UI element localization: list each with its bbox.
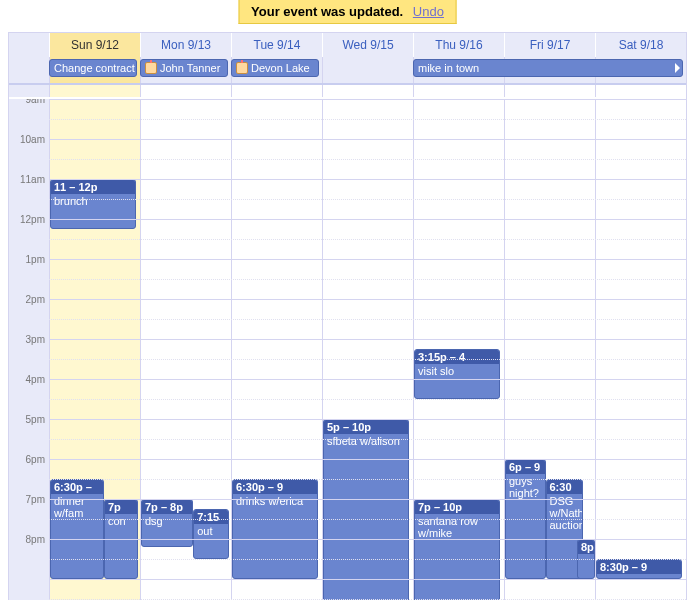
event-time: 6:30 [547,480,583,494]
event-title: dsg [142,514,192,528]
time-label: 6pm [26,454,45,465]
day-header[interactable]: Fri 9/17 [504,33,595,57]
grid-scroll[interactable]: 9am10am11am12pm1pm2pm3pm4pm5pm6pm7pm8pm … [9,99,686,600]
allday-event-title: mike in town [418,62,479,74]
notification-message: Your event was updated. [251,4,403,19]
event-time: 6p – 9 [506,460,545,474]
day-header[interactable]: Thu 9/16 [413,33,504,57]
day-header[interactable]: Sun 9/12 [49,33,140,57]
event-time: 6:30p – [51,480,103,494]
event-title: sfbeta w/alison [324,434,408,448]
calendar-event[interactable]: 3:15p – 4visit slo [414,349,500,399]
day-column[interactable]: 6:30p – 9drinks w/erica [231,99,322,600]
event-time: 8p [578,540,594,554]
day-header[interactable]: Wed 9/15 [322,33,413,57]
day-header[interactable]: Tue 9/14 [231,33,322,57]
day-column[interactable]: 11 – 12pbrunch6:30p – dinner w/fam7pcon [49,99,140,600]
day-column[interactable]: 5p – 10psfbeta w/alison [322,99,413,600]
event-time: 3:15p – 4 [415,350,499,364]
event-time: 7p [105,500,137,514]
event-time: 11 – 12p [51,180,135,194]
calendar-event[interactable]: 6:30p – 9drinks w/erica [232,479,318,579]
day-header-row: Sun 9/12Mon 9/13Tue 9/14Wed 9/15Thu 9/16… [9,33,686,57]
birthday-icon [236,62,248,74]
event-time: 7p – 8p [142,500,192,514]
allday-cells[interactable]: Change contractJohn TannerDevon Lakemike… [49,57,686,83]
time-label: 1pm [26,254,45,265]
time-label: 4pm [26,374,45,385]
allday-event[interactable]: Change contract [49,59,137,77]
time-gutter: 9am10am11am12pm1pm2pm3pm4pm5pm6pm7pm8pm [9,99,49,600]
grid-inner: 9am10am11am12pm1pm2pm3pm4pm5pm6pm7pm8pm … [9,99,686,600]
time-label: 9am [26,99,45,105]
allday-event-title: Change contract [54,62,135,74]
calendar-event[interactable]: 8:30p – 9 [596,559,682,579]
day-header[interactable]: Mon 9/13 [140,33,231,57]
allday-event[interactable]: Devon Lake [231,59,319,77]
spacer-cells [49,85,686,97]
day-column[interactable]: 8:30p – 9 [595,99,686,600]
event-title: drinks w/erica [233,494,317,508]
time-label: 2pm [26,294,45,305]
time-label: 7pm [26,494,45,505]
time-label: 8pm [26,534,45,545]
event-title: visit slo [415,364,499,378]
birthday-icon [145,62,157,74]
event-time: 8:30p – 9 [597,560,681,574]
event-title: guys night? [506,474,545,500]
event-title: brunch [51,194,135,208]
time-label: 5pm [26,414,45,425]
calendar-event[interactable]: 7p – 10psantana row w/mike [414,499,500,600]
calendar-event[interactable]: 6:30p – dinner w/fam [50,479,104,579]
gutter-header [9,33,49,57]
allday-event-title: Devon Lake [251,62,310,74]
day-column[interactable]: 3:15p – 4visit slo7p – 10psantana row w/… [413,99,504,600]
event-time: 7p – 10p [415,500,499,514]
allday-event[interactable]: mike in town [413,59,683,77]
allday-gutter [9,57,49,83]
day-header[interactable]: Sat 9/18 [595,33,686,57]
allday-event-title: John Tanner [160,62,220,74]
time-label: 10am [20,134,45,145]
time-label: 12pm [20,214,45,225]
notification-banner: Your event was updated. Undo [238,0,457,24]
calendar-event[interactable]: 11 – 12pbrunch [50,179,136,229]
day-columns[interactable]: 11 – 12pbrunch6:30p – dinner w/fam7pcon7… [49,99,686,600]
event-time: 6:30p – 9 [233,480,317,494]
allday-event[interactable]: John Tanner [140,59,228,77]
allday-row: Change contractJohn TannerDevon Lakemike… [9,57,686,85]
event-title: con [105,514,137,528]
calendar: Sun 9/12Mon 9/13Tue 9/14Wed 9/15Thu 9/16… [8,32,687,600]
continues-arrow-icon [675,63,680,73]
calendar-event[interactable]: 7:15out [193,509,229,559]
event-title: out [194,524,228,538]
day-column[interactable]: 7p – 8pdsg7:15out [140,99,231,600]
calendar-event[interactable]: 5p – 10psfbeta w/alison [323,419,409,600]
event-title: santana row w/mike [415,514,499,540]
time-label: 3pm [26,334,45,345]
undo-link[interactable]: Undo [413,4,444,19]
event-time: 7:15 [194,510,228,524]
day-column[interactable]: 6p – 9guys night?6:30DSG w/Nathan auctio… [504,99,595,600]
event-time: 5p – 10p [324,420,408,434]
event-title: dinner w/fam [51,494,103,520]
allday-spacer [9,85,686,97]
time-label: 11am [20,174,45,185]
